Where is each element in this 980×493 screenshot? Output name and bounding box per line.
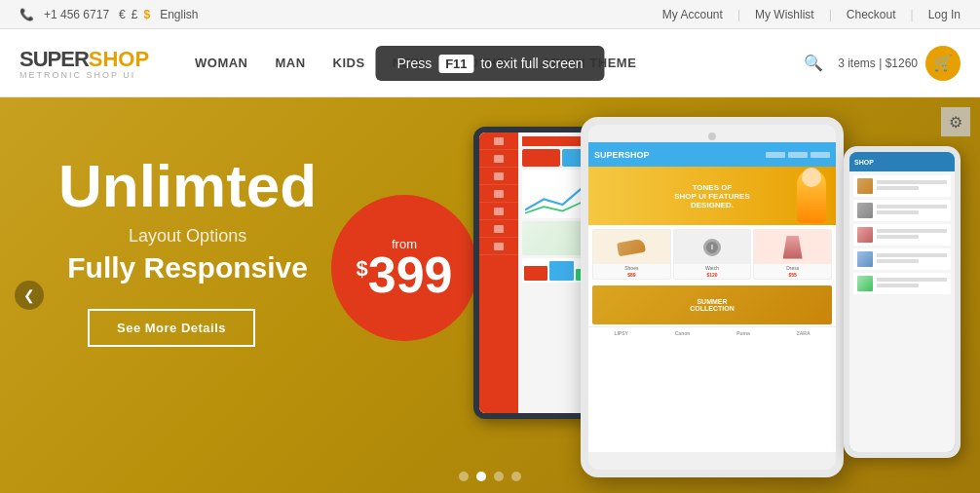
nav-kids[interactable]: KIDS xyxy=(333,56,365,70)
nav-new[interactable]: NEW xyxy=(393,56,424,70)
slide-dots xyxy=(459,472,521,481)
nav-item xyxy=(766,152,785,158)
currency-usd[interactable]: $ xyxy=(143,8,150,21)
main-nav: WOMAN MAN KIDS NEW CLOTHES ADMIN THEME xyxy=(195,56,804,70)
phone-content xyxy=(849,171,955,452)
top-bar-right: My Account | My Wishlist | Checkout | Lo… xyxy=(662,8,961,21)
brands-bar: LIPSY Canon Puma ZARA xyxy=(588,326,836,339)
tablet-camera xyxy=(708,133,716,140)
tablet-main: SUPERSHOP TONES OF SHOP UI FEATURES DESI… xyxy=(581,117,844,477)
item-text xyxy=(877,180,947,192)
cart-area: 3 items | $1260 🛒 xyxy=(838,46,961,81)
product-image xyxy=(593,230,670,264)
top-bar: 📞 +1 456 6717 € £ $ English My Account |… xyxy=(0,0,980,29)
product-price: $55 xyxy=(754,272,831,279)
product-image xyxy=(754,230,831,264)
cart-total: $1260 xyxy=(886,57,918,70)
prev-slide-button[interactable]: ❮ xyxy=(15,281,44,310)
nav-item xyxy=(788,152,808,158)
item-thumb xyxy=(857,203,873,218)
sidebar-item xyxy=(479,185,518,203)
slide-dot-1[interactable] xyxy=(459,472,469,481)
nav-man[interactable]: MAN xyxy=(276,56,306,70)
sidebar-item xyxy=(479,238,518,255)
phone-right: SHOP xyxy=(844,146,961,458)
admin-sidebar xyxy=(479,133,518,413)
nav-item xyxy=(810,152,830,158)
phone-header-text: SHOP xyxy=(854,159,874,166)
devices-area: SUPERSHOP TONES OF SHOP UI FEATURES DESI… xyxy=(473,117,980,493)
hero-content: Unlimted Layout Options Fully Responsive… xyxy=(58,156,317,347)
sidebar-item xyxy=(479,150,518,168)
login-link[interactable]: Log In xyxy=(928,8,961,21)
shop-product: Watch $120 xyxy=(673,229,752,280)
brand-canon: Canon xyxy=(675,330,691,336)
logo-super: SUPER xyxy=(19,47,89,71)
brand-zara: ZARA xyxy=(797,330,810,336)
summer-banner: SUMMER COLLECTION xyxy=(592,285,832,324)
slide-dot-2[interactable] xyxy=(476,472,486,481)
cart-button[interactable]: 🛒 xyxy=(925,46,961,81)
brand-puma: Puma xyxy=(736,330,750,336)
search-icon[interactable]: 🔍 xyxy=(804,54,823,72)
phone-number: +1 456 6717 xyxy=(44,8,109,21)
price-circle: from $399 xyxy=(331,195,477,341)
language-selector[interactable]: English xyxy=(160,8,198,21)
currency-selector[interactable]: € £ $ xyxy=(119,8,150,21)
currency-eur[interactable]: € xyxy=(119,8,126,21)
shop-products-grid: Shoes $89 Watch $120 xyxy=(588,225,836,284)
logo[interactable]: SUPERSHOP METRONIC SHOP UI xyxy=(19,47,175,80)
my-wishlist-link[interactable]: My Wishlist xyxy=(755,8,814,21)
nav-clothes[interactable]: CLOTHES xyxy=(451,56,515,70)
shop-product: Shoes $89 xyxy=(592,229,671,280)
shop-product: Dress $55 xyxy=(753,229,832,280)
phone-item xyxy=(853,224,951,246)
price-symbol: $ xyxy=(356,256,367,281)
product-price: $89 xyxy=(593,272,670,279)
item-text xyxy=(877,205,947,216)
brand-lipsy: LIPSY xyxy=(614,330,627,336)
phone-item xyxy=(853,175,951,197)
item-text xyxy=(877,229,947,241)
product-image xyxy=(674,230,751,264)
logo-sub: METRONIC SHOP UI xyxy=(19,70,175,80)
phone-screen: SHOP xyxy=(849,152,955,452)
tablet-main-screen: SUPERSHOP TONES OF SHOP UI FEATURES DESI… xyxy=(588,142,836,452)
item-text xyxy=(877,278,947,289)
shop-banner: TONES OF SHOP UI FEATURES DESIGNED. xyxy=(588,167,836,225)
sidebar-item xyxy=(479,203,518,220)
shop-mock-logo: SUPERSHOP xyxy=(594,150,650,160)
nav-woman[interactable]: WOMAN xyxy=(195,56,248,70)
hero-section: ⚙ ❮ Unlimted Layout Options Fully Respon… xyxy=(0,97,980,493)
header-right: 🔍 3 items | $1260 🛒 xyxy=(804,46,961,81)
item-thumb xyxy=(857,251,873,267)
shop-banner-text: TONES OF SHOP UI FEATURES DESIGNED. xyxy=(674,183,750,209)
my-account-link[interactable]: My Account xyxy=(662,8,723,21)
hero-layout-label: Layout Options xyxy=(58,226,317,246)
see-more-details-button[interactable]: See More Details xyxy=(88,309,255,347)
checkout-link[interactable]: Checkout xyxy=(847,8,896,21)
item-text xyxy=(877,253,947,265)
cart-items: 3 items xyxy=(838,57,876,70)
banner-person xyxy=(777,167,831,225)
cart-summary: 3 items | $1260 xyxy=(838,57,918,70)
product-name: Watch xyxy=(674,264,751,272)
product-name: Shoes xyxy=(593,264,670,272)
hero-responsive-label: Fully Responsive xyxy=(58,251,317,284)
phone-item xyxy=(853,248,951,270)
nav-admin-theme[interactable]: ADMIN THEME xyxy=(542,56,636,70)
price-amount: $399 xyxy=(356,249,452,300)
logo-shop: SHOP xyxy=(89,47,149,71)
phone-header: SHOP xyxy=(849,152,955,171)
slide-dot-3[interactable] xyxy=(494,472,504,481)
item-thumb xyxy=(857,178,873,194)
phone-item xyxy=(853,200,951,221)
phone-item xyxy=(853,273,951,294)
summer-banner-text: SUMMER COLLECTION xyxy=(690,298,735,312)
shop-mock-nav xyxy=(766,152,830,158)
product-name: Dress xyxy=(754,264,831,272)
currency-gbp[interactable]: £ xyxy=(132,8,138,21)
item-thumb xyxy=(857,276,873,291)
settings-gear-icon[interactable]: ⚙ xyxy=(941,107,970,136)
slide-dot-4[interactable] xyxy=(511,472,521,481)
